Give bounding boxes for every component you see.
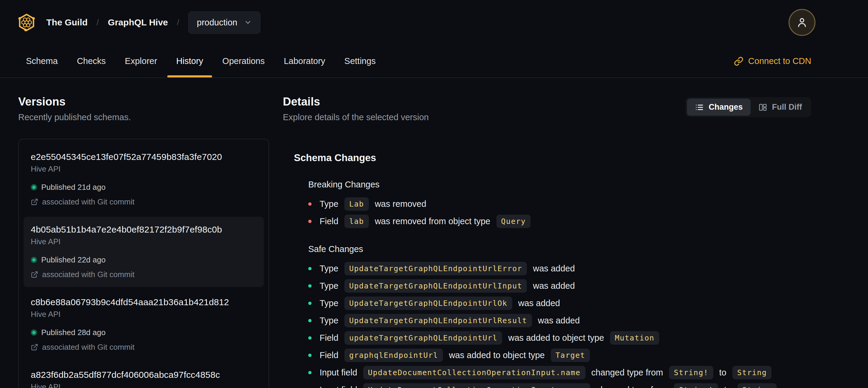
tab-operations[interactable]: Operations bbox=[222, 45, 265, 78]
code-chip: String bbox=[738, 383, 777, 388]
version-card[interactable]: a823f6db2a55df877dcf406006abca97fcc4858c… bbox=[24, 362, 264, 388]
schema-change-item: Type UpdateTargetGraphQLEndpointUrlError… bbox=[308, 262, 811, 275]
versions-subtitle: Recently published schemas. bbox=[18, 112, 269, 122]
list-icon bbox=[695, 103, 704, 112]
bullet-icon bbox=[308, 267, 312, 270]
code-chip: String! bbox=[669, 366, 713, 379]
connect-to-cdn-label: Connect to CDN bbox=[748, 56, 811, 66]
code-chip: String bbox=[733, 366, 772, 379]
version-hash: a823f6db2a55df877dcf406006abca97fcc4858c bbox=[31, 370, 256, 380]
git-commit-label: associated with Git commit bbox=[42, 342, 134, 352]
published-label: Published 28d ago bbox=[41, 328, 105, 337]
published-dot-icon bbox=[31, 184, 37, 190]
user-avatar[interactable] bbox=[788, 9, 815, 36]
version-hash: 4b05ab51b1b4a7e2e4b0ef82172f2b9f7ef98c0b bbox=[31, 225, 256, 235]
breadcrumb-separator: / bbox=[96, 18, 99, 27]
link-icon bbox=[734, 57, 743, 66]
code-chip: UpdateTargetGraphQLEndpointUrlInput bbox=[344, 279, 527, 293]
version-card[interactable]: e2e55045345ce13fe07f52a77459b83fa3fe7020… bbox=[24, 144, 264, 214]
breaking-changes-title: Breaking Changes bbox=[308, 180, 811, 189]
details-header: Details Explore details of the selected … bbox=[283, 95, 811, 122]
schema-change-item: Field graphqlEndpointUrl was added to ob… bbox=[308, 349, 811, 362]
published-dot-icon bbox=[31, 329, 37, 336]
bullet-icon bbox=[308, 220, 312, 223]
version-hash: c8b6e88a06793b9c4dfd54aaa21b36a1b421d812 bbox=[31, 297, 256, 307]
schema-change-item: Type UpdateTargetGraphQLEndpointUrlResul… bbox=[308, 314, 811, 327]
external-link-icon bbox=[31, 344, 38, 351]
schema-change-item: Field updateTargetGraphQLEndpointUrl was… bbox=[308, 331, 811, 345]
bullet-icon bbox=[308, 354, 312, 357]
schema-change-item: Input field UpdateDocumentCollectionOper… bbox=[308, 366, 811, 379]
published-label: Published 21d ago bbox=[41, 183, 105, 192]
hive-logo-icon[interactable] bbox=[17, 13, 36, 32]
published-dot-icon bbox=[31, 257, 37, 263]
target-selector-dropdown[interactable]: production bbox=[188, 11, 260, 34]
code-chip: lab bbox=[344, 215, 369, 228]
version-card[interactable]: c8b6e88a06793b9c4dfd54aaa21b36a1b421d812… bbox=[24, 289, 264, 360]
tab-laboratory[interactable]: Laboratory bbox=[284, 45, 325, 78]
breaking-changes-list: Type Lab was removed Field lab was remov… bbox=[308, 197, 811, 228]
breaking-changes-group: Breaking Changes Type Lab was removed Fi… bbox=[294, 180, 811, 228]
code-chip: Query bbox=[496, 215, 531, 228]
git-commit-link[interactable]: associated with Git commit bbox=[31, 342, 256, 352]
tab-checks[interactable]: Checks bbox=[77, 45, 106, 78]
tab-schema[interactable]: Schema bbox=[26, 45, 58, 78]
code-chip: UpdateTargetGraphQLEndpointUrlResult bbox=[344, 314, 532, 327]
changes-toggle-button[interactable]: Changes bbox=[687, 99, 750, 116]
versions-panel: Versions Recently published schemas. e2e… bbox=[18, 95, 269, 388]
code-chip: UpdateDocumentCollectionOperationInput.n… bbox=[363, 366, 585, 379]
code-chip: UpdateDocumentCollectionOperationInput.q… bbox=[363, 383, 590, 388]
tab-bar: SchemaChecksExplorerHistoryOperationsLab… bbox=[26, 45, 376, 78]
details-title: Details bbox=[283, 95, 429, 108]
schema-change-item: Field lab was removed from object type Q… bbox=[308, 215, 811, 228]
full-diff-toggle-button[interactable]: Full Diff bbox=[751, 99, 810, 116]
schema-change-item: Input field UpdateDocumentCollectionOper… bbox=[308, 383, 811, 388]
code-chip: updateTargetGraphQLEndpointUrl bbox=[344, 331, 502, 345]
main-content: Versions Recently published schemas. e2e… bbox=[0, 78, 868, 388]
version-service: Hive API bbox=[31, 237, 256, 246]
version-list: e2e55045345ce13fe07f52a77459b83fa3fe7020… bbox=[18, 139, 269, 388]
published-label: Published 22d ago bbox=[41, 255, 105, 265]
external-link-icon bbox=[31, 271, 38, 278]
chevron-down-icon bbox=[244, 19, 252, 26]
schema-change-item: Type Lab was removed bbox=[308, 197, 811, 211]
git-commit-link[interactable]: associated with Git commit bbox=[31, 270, 256, 279]
code-chip: graphqlEndpointUrl bbox=[344, 349, 443, 362]
version-hash: e2e55045345ce13fe07f52a77459b83fa3fe7020 bbox=[31, 152, 256, 162]
tab-navigation: SchemaChecksExplorerHistoryOperationsLab… bbox=[0, 45, 868, 78]
bullet-icon bbox=[308, 302, 312, 305]
tab-explorer[interactable]: Explorer bbox=[125, 45, 157, 78]
bullet-icon bbox=[308, 284, 312, 288]
schema-changes-title: Schema Changes bbox=[294, 152, 811, 163]
code-chip: Target bbox=[551, 349, 590, 362]
version-status: Published 22d ago bbox=[31, 255, 256, 265]
app-header: The Guild / GraphQL Hive / production bbox=[0, 0, 868, 45]
bullet-icon bbox=[308, 336, 312, 339]
target-selector-value: production bbox=[197, 18, 237, 28]
details-panel: Details Explore details of the selected … bbox=[269, 95, 811, 388]
version-service: Hive API bbox=[31, 382, 256, 388]
breadcrumb-org[interactable]: The Guild bbox=[46, 17, 88, 28]
changes-toggle-label: Changes bbox=[709, 102, 743, 112]
version-service: Hive API bbox=[31, 165, 256, 174]
bullet-icon bbox=[308, 319, 312, 322]
version-status: Published 21d ago bbox=[31, 183, 256, 192]
breadcrumb-project[interactable]: GraphQL Hive bbox=[108, 17, 168, 28]
tab-history[interactable]: History bbox=[176, 45, 203, 78]
tab-settings[interactable]: Settings bbox=[344, 45, 376, 78]
bullet-icon bbox=[308, 202, 312, 206]
bullet-icon bbox=[308, 371, 312, 374]
code-chip: UpdateTargetGraphQLEndpointUrlOk bbox=[344, 297, 512, 310]
version-status: Published 28d ago bbox=[31, 328, 256, 337]
version-card[interactable]: 4b05ab51b1b4a7e2e4b0ef82172f2b9f7ef98c0b… bbox=[24, 217, 264, 287]
git-commit-link[interactable]: associated with Git commit bbox=[31, 197, 256, 207]
code-chip: String! bbox=[674, 383, 718, 388]
safe-changes-title: Safe Changes bbox=[308, 244, 811, 254]
person-icon bbox=[796, 16, 808, 29]
connect-to-cdn-button[interactable]: Connect to CDN bbox=[734, 56, 811, 66]
breadcrumb: The Guild / GraphQL Hive / production bbox=[46, 11, 260, 34]
git-commit-label: associated with Git commit bbox=[42, 270, 134, 279]
view-toggle: Changes Full Diff bbox=[685, 97, 811, 117]
git-commit-label: associated with Git commit bbox=[42, 197, 134, 207]
details-subtitle: Explore details of the selected version bbox=[283, 112, 429, 122]
